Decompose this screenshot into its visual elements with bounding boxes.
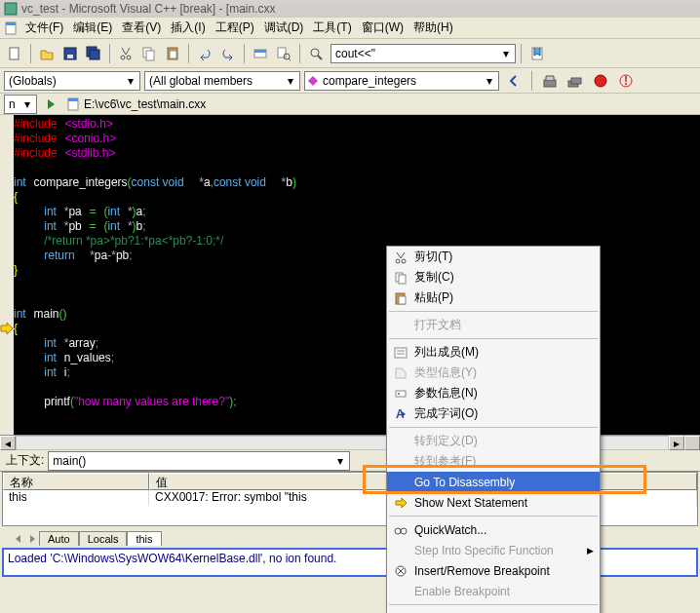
menu-help[interactable]: 帮助(H) xyxy=(409,18,457,38)
path-toolbar: n▾ E:\vc6\vc_test\main.cxx xyxy=(0,94,700,115)
redo-button[interactable] xyxy=(217,43,239,64)
ctx-open-doc: 打开文档 xyxy=(387,315,600,335)
find-combo[interactable]: cout<<" ▾ xyxy=(331,44,516,63)
paste-icon xyxy=(394,291,408,305)
undo-button[interactable] xyxy=(194,43,215,64)
stop-build-button[interactable] xyxy=(590,70,611,92)
svg-rect-40 xyxy=(396,391,406,397)
svg-rect-15 xyxy=(254,50,266,53)
ctx-enable-breakpoint: Enable Breakpoint xyxy=(387,581,600,601)
tag-icon xyxy=(394,366,408,380)
execute-button[interactable]: ! xyxy=(615,70,637,92)
find-button[interactable] xyxy=(305,43,327,64)
svg-point-19 xyxy=(311,49,319,57)
chevron-down-icon[interactable]: ▾ xyxy=(333,454,347,468)
scope-members-combo[interactable]: (All global members▾ xyxy=(144,71,300,91)
main-toolbar: cout<<" ▾ xyxy=(0,39,700,68)
editor-gutter[interactable] xyxy=(0,115,14,435)
save-button[interactable] xyxy=(59,43,81,64)
ctx-list-members[interactable]: 列出成员(M) xyxy=(387,342,600,363)
ctx-goto-disassembly[interactable]: Go To Disassembly xyxy=(387,472,600,492)
svg-rect-7 xyxy=(90,50,99,59)
find-in-files-button[interactable] xyxy=(273,43,294,64)
scroll-right-button[interactable]: ▸ xyxy=(669,436,684,450)
nav-history-combo[interactable]: n▾ xyxy=(4,95,37,114)
ctx-cut[interactable]: 剪切(T) xyxy=(387,247,600,267)
svg-point-31 xyxy=(396,259,400,263)
tab-locals[interactable]: Locals xyxy=(79,531,128,546)
ctx-quickwatch[interactable]: QuickWatch... xyxy=(387,519,600,540)
tab-this[interactable]: this xyxy=(127,531,161,546)
svg-rect-2 xyxy=(6,22,16,25)
svg-point-8 xyxy=(121,56,125,59)
menu-insert[interactable]: 插入(I) xyxy=(167,18,209,38)
save-all-button[interactable] xyxy=(83,43,104,64)
chevron-down-icon[interactable]: ▾ xyxy=(124,74,137,88)
context-combo[interactable]: main()▾ xyxy=(48,451,350,471)
svg-rect-30 xyxy=(68,98,78,101)
app-icon xyxy=(4,2,18,16)
submenu-arrow-icon: ▶ xyxy=(587,546,594,556)
svg-rect-3 xyxy=(10,48,19,59)
build-button[interactable] xyxy=(539,70,561,92)
menu-window[interactable]: 窗口(W) xyxy=(358,18,408,38)
ctx-step-into-specific: Step Into Specific Function▶ xyxy=(387,540,600,560)
svg-point-32 xyxy=(402,259,406,263)
open-button[interactable] xyxy=(36,43,58,64)
tab-nav-right-icon[interactable] xyxy=(25,532,39,546)
scroll-left-button[interactable]: ◂ xyxy=(0,436,16,450)
chevron-down-icon[interactable]: ▾ xyxy=(499,47,513,60)
bookmark-button[interactable] xyxy=(526,43,548,64)
menu-file[interactable]: 文件(F) xyxy=(21,18,67,38)
copy-button[interactable] xyxy=(138,43,160,64)
cut-button[interactable] xyxy=(115,43,136,64)
svg-rect-37 xyxy=(395,348,407,358)
scope-function-combo[interactable]: compare_integers▾ xyxy=(304,71,499,91)
svg-line-20 xyxy=(318,56,322,59)
paste-button[interactable] xyxy=(162,43,183,64)
svg-point-9 xyxy=(127,56,131,59)
col-name[interactable]: 名称 xyxy=(3,473,149,490)
ctx-goto-def: 转到定义(D) xyxy=(387,431,600,451)
execution-pointer-icon xyxy=(0,322,14,335)
tab-auto[interactable]: Auto xyxy=(39,531,79,546)
scope-members-text: (All global members xyxy=(147,74,284,88)
ctx-param-info[interactable]: 参数信息(N) xyxy=(387,383,600,403)
menu-edit[interactable]: 编辑(E) xyxy=(69,18,116,38)
scope-toolbar: (Globals)▾ (All global members▾ compare_… xyxy=(0,68,700,94)
output-text: Loaded 'C:\Windows\SysWOW64\KernelBase.d… xyxy=(8,552,336,565)
chevron-down-icon[interactable]: ▾ xyxy=(284,74,297,88)
workspace-button[interactable] xyxy=(250,43,271,64)
tab-nav-left-icon[interactable] xyxy=(12,532,25,546)
ctx-insert-remove-breakpoint[interactable]: Insert/Remove Breakpoint xyxy=(387,560,600,581)
svg-point-43 xyxy=(395,528,401,534)
chevron-down-icon[interactable]: ▾ xyxy=(483,74,496,88)
chevron-down-icon[interactable]: ▾ xyxy=(20,97,34,111)
ctx-copy[interactable]: 复制(C) xyxy=(387,267,600,287)
go-button[interactable] xyxy=(41,94,62,115)
menu-view[interactable]: 查看(V) xyxy=(118,18,165,38)
window-title: vc_test - Microsoft Visual C++ [break] -… xyxy=(21,2,276,16)
svg-marker-22 xyxy=(308,76,318,86)
svg-rect-11 xyxy=(146,51,154,60)
context-value: main() xyxy=(51,454,333,468)
ctx-paste[interactable]: 粘贴(P) xyxy=(387,287,600,308)
menu-project[interactable]: 工程(P) xyxy=(212,18,258,38)
ctx-complete-word[interactable]: A完成字词(O) xyxy=(387,403,600,424)
menubar: 文件(F) 编辑(E) 查看(V) 插入(I) 工程(P) 调试(D) 工具(T… xyxy=(0,18,700,39)
build-all-button[interactable] xyxy=(564,70,586,92)
splitter-grip[interactable] xyxy=(684,436,700,450)
nav-back-button[interactable] xyxy=(503,70,525,92)
scope-globals-combo[interactable]: (Globals)▾ xyxy=(4,71,140,91)
svg-rect-0 xyxy=(5,3,17,15)
param-icon xyxy=(394,387,408,401)
svg-text:!: ! xyxy=(624,74,628,88)
list-icon xyxy=(394,346,408,360)
new-file-button[interactable] xyxy=(4,43,25,64)
context-label: 上下文: xyxy=(6,452,44,469)
ctx-show-next-statement[interactable]: Show Next Statement xyxy=(387,492,600,513)
menu-tools[interactable]: 工具(T) xyxy=(309,18,355,38)
mdi-doc-icon[interactable] xyxy=(4,21,19,35)
ctx-run-to-cursor[interactable]: Run to Cursor xyxy=(387,608,600,613)
menu-debug[interactable]: 调试(D) xyxy=(260,18,308,38)
